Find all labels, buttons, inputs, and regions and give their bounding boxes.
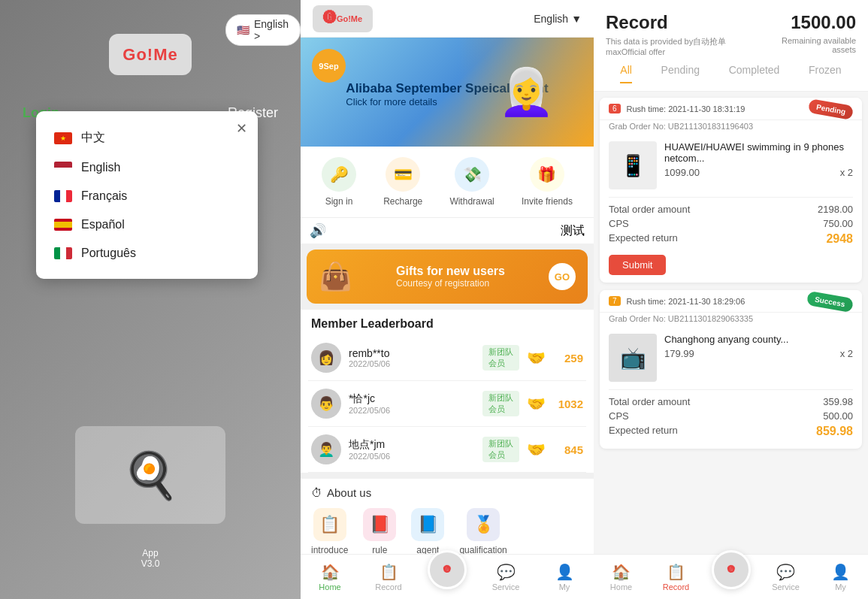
leader-name: remb**to — [349, 347, 475, 359]
audio-bar: 🔊 测试 — [301, 217, 594, 244]
right-nav-record[interactable]: 📋 Record — [649, 563, 703, 591]
right-tabs: All Pending Completed Frozen — [606, 56, 856, 83]
language-modal: ✕ ★ 中文 English Français Español Portuguê… — [36, 111, 258, 279]
mid-nav-service[interactable]: 💬 Service — [476, 563, 535, 591]
mid-nav-record[interactable]: 📋 Record — [359, 563, 418, 591]
lang-item-en[interactable]: English — [36, 153, 258, 182]
order-card: 6 Rush time: 2021-11-30 18:31:19 Pending… — [600, 98, 862, 283]
signin-button[interactable]: 🔑 Sign in — [322, 157, 356, 207]
recharge-label: Recharge — [383, 196, 422, 207]
product-name-2: Changhong anyang county... — [664, 334, 853, 345]
total-value-2: 359.98 — [823, 396, 853, 407]
lang-item-es[interactable]: Español — [36, 210, 258, 239]
lang-item-zh[interactable]: ★ 中文 — [36, 123, 258, 153]
home-nav-label: Home — [319, 582, 340, 591]
center-logo: 🅖 — [428, 550, 467, 589]
total-label-2: Total order amount — [609, 396, 690, 407]
audio-icon[interactable]: 🔊 — [310, 222, 326, 239]
product-image-2: 📺 — [609, 334, 657, 382]
home-icon: 🏠 — [321, 563, 340, 581]
right-title: Record — [606, 12, 668, 33]
list-item: 👩 remb**to 2022/05/06 新团队会员 🤝 259 — [308, 335, 586, 381]
right-nav-my[interactable]: 👤 My — [813, 563, 868, 591]
mid-nav-center[interactable]: 🅖 — [418, 550, 476, 589]
introduce-icon: 📋 — [313, 508, 346, 541]
english-top-button[interactable]: 🇺🇸 English > — [225, 14, 301, 46]
invite-button[interactable]: 🎁 Invite friends — [522, 157, 573, 207]
middle-header: 🅖 Go!Me English ▼ — [301, 0, 594, 38]
home-icon-right: 🏠 — [612, 563, 631, 581]
withdrawal-icon: 💸 — [455, 157, 489, 192]
introduce-label: introduce — [311, 545, 348, 554]
order-body-1: 📱 HUAWEI/HUAWEI swimming in 9 phones net… — [600, 134, 862, 283]
leader-score: 259 — [553, 352, 583, 365]
chevron-down-icon: ▼ — [571, 13, 582, 25]
banner-date: 9Sep — [312, 49, 346, 83]
leader-name: *恰*jc — [349, 392, 475, 406]
tab-all[interactable]: All — [620, 64, 632, 83]
tab-completed[interactable]: Completed — [729, 64, 780, 83]
modal-close-button[interactable]: ✕ — [236, 120, 247, 137]
tab-pending[interactable]: Pending — [661, 64, 700, 83]
lang-item-fr[interactable]: Français — [36, 182, 258, 210]
promo-go-button[interactable]: GO — [549, 263, 576, 290]
flag-fr-icon — [54, 190, 72, 202]
record-nav-label-right: Record — [663, 582, 689, 591]
right-nav-center[interactable]: 🅖 — [703, 550, 758, 589]
leaderboard-title: Member Leaderboard — [301, 310, 594, 335]
left-logo: Go!Me — [109, 34, 192, 75]
right-bottom-nav: 🏠 Home 📋 Record 🅖 💬 Service 👤 My — [594, 554, 868, 599]
order-body-2: 📺 Changhong anyang county... 179.99 x 2 … — [600, 326, 862, 449]
introduce-button[interactable]: 📋 introduce — [311, 508, 348, 554]
invite-icon: 🎁 — [530, 157, 564, 192]
rush-badge-1: 6 — [609, 104, 621, 113]
mid-nav-home[interactable]: 🏠 Home — [301, 563, 359, 591]
mid-lang-label: English — [534, 13, 568, 25]
my-icon: 👤 — [555, 563, 574, 581]
signin-label: Sign in — [325, 196, 353, 207]
tab-frozen[interactable]: Frozen — [809, 64, 842, 83]
lang-label-es: Español — [81, 218, 125, 231]
return-value-1: 2948 — [826, 232, 853, 246]
agent-button[interactable]: 📘 agent — [411, 508, 444, 554]
promo-sub: Courtesy of registration — [396, 278, 505, 289]
total-label-1: Total order amount — [609, 204, 690, 215]
about-title: ⏱ About us — [311, 486, 583, 499]
withdrawal-button[interactable]: 💸 Withdrawal — [449, 157, 494, 207]
withdrawal-label: Withdrawal — [449, 196, 494, 207]
mid-nav-my[interactable]: 👤 My — [535, 563, 594, 591]
avatar: 👨‍🦱 — [311, 434, 341, 464]
order-header-2: 7 Rush time: 2021-11-30 18:29:06 Success — [600, 290, 862, 313]
lang-item-pt[interactable]: Português — [36, 239, 258, 268]
product-name-1: HUAWEI/HUAWEI swimming in 9 phones netco… — [664, 141, 853, 164]
submit-button-1[interactable]: Submit — [609, 255, 666, 275]
handshake-icon: 🤝 — [527, 349, 546, 367]
rule-button[interactable]: 📕 rule — [363, 508, 396, 554]
promo-banner-main[interactable]: 9Sep Alibaba September Speical Event Cli… — [301, 38, 594, 147]
recharge-button[interactable]: 💳 Recharge — [383, 157, 422, 207]
right-nav-home[interactable]: 🏠 Home — [594, 563, 649, 591]
clock-icon: ⏱ — [311, 486, 322, 499]
my-nav-label-right: My — [835, 582, 846, 591]
leader-date: 2022/05/06 — [349, 359, 475, 368]
product-image-1: 📱 — [609, 141, 657, 189]
leader-score: 845 — [553, 443, 583, 456]
right-panel: Record 1500.00 This data is provided by自… — [594, 0, 868, 599]
cps-value-2: 500.00 — [823, 410, 853, 422]
qualification-button[interactable]: 🏅 qualification — [459, 508, 507, 554]
list-item: 👨‍🦱 地点*jm 2022/05/06 新团队会员 🤝 845 — [308, 427, 586, 473]
leader-date: 2022/05/06 — [349, 406, 475, 415]
mid-logo-text: Go!Me — [337, 14, 362, 23]
leader-badge: 新团队会员 — [482, 437, 519, 462]
mid-lang-selector[interactable]: English ▼ — [534, 13, 582, 25]
promo-title: Gifts for new users — [396, 265, 505, 278]
return-value-2: 859.98 — [816, 425, 853, 438]
product-price-2: 179.99 x 2 — [664, 348, 853, 359]
right-nav-service[interactable]: 💬 Service — [758, 563, 813, 591]
cps-value-1: 750.00 — [823, 218, 853, 229]
avatar: 👩 — [311, 343, 341, 373]
product-qty-2: x 2 — [840, 348, 853, 359]
total-value-1: 2198.00 — [818, 204, 853, 215]
new-user-promo[interactable]: 👜 Gifts for new users Courtesy of regist… — [307, 250, 588, 304]
right-amount: 1500.00 — [791, 12, 856, 33]
